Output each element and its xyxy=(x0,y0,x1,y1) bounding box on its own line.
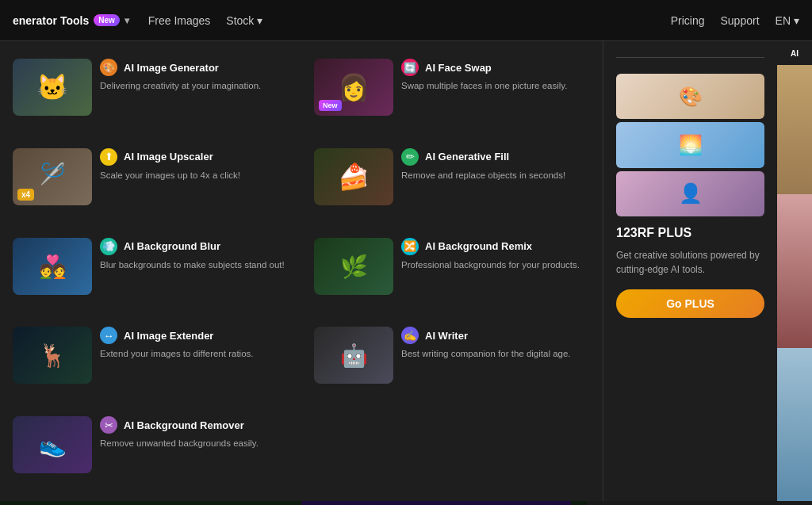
tool-thumb-ai-generative-fill xyxy=(314,148,393,205)
tool-desc-ai-generative-fill: Remove and replace objects in seconds! xyxy=(401,169,590,182)
right-preview-2 xyxy=(777,194,812,347)
tool-info-ai-background-remix: 🔀 AI Background Remix Professional backg… xyxy=(401,238,590,271)
right-preview-strip xyxy=(777,41,812,501)
nav-chevron-icon: ▾ xyxy=(124,15,129,26)
tool-name-ai-background-blur: AI Background Blur xyxy=(124,240,220,252)
plus-desc: Get creative solutions powered by cuttin… xyxy=(616,248,764,277)
tool-icon-row-ai-image-generator: 🎨 AI Image Generator xyxy=(100,59,289,76)
tool-name-ai-image-generator: AI Image Generator xyxy=(124,62,219,74)
tools-grid: 🎨 AI Image Generator Delivering creativi… xyxy=(0,41,603,501)
tool-icon-ai-writer: ✍ xyxy=(401,327,419,344)
tool-icon-row-ai-background-remix: 🔀 AI Background Remix xyxy=(401,238,590,255)
tool-thumb-ai-image-upscaler: x4 xyxy=(13,148,92,205)
tool-icon-ai-generative-fill: ✏ xyxy=(401,148,419,166)
dropdown-panel: 🎨 AI Image Generator Delivering creativi… xyxy=(0,41,777,501)
tool-icon-row-ai-generative-fill: ✏ AI Generative Fill xyxy=(401,148,590,166)
tool-info-ai-image-upscaler: ⬆ AI Image Upscaler Scale your images up… xyxy=(100,148,289,182)
tool-name-ai-face-swap: AI Face Swap xyxy=(425,62,492,74)
tool-info-ai-writer: ✍ AI Writer Best writing companion for t… xyxy=(401,327,590,360)
tool-thumb-ai-background-blur xyxy=(13,238,92,295)
tool-name-ai-background-remover: AI Background Remover xyxy=(124,419,244,431)
tool-name-ai-generative-fill: AI Generative Fill xyxy=(425,151,509,163)
tool-thumb-ai-background-remover xyxy=(13,416,92,473)
tool-desc-ai-image-upscaler: Scale your images up to 4x a click! xyxy=(100,169,289,182)
tool-icon-row-ai-background-blur: 💨 AI Background Blur xyxy=(100,238,289,255)
nav-free-images[interactable]: Free Images xyxy=(148,14,211,27)
nav-language[interactable]: EN ▾ xyxy=(776,14,799,27)
tool-desc-ai-background-remix: Professional backgrounds for your produc… xyxy=(401,258,590,271)
right-preview-3 xyxy=(777,348,812,501)
tool-icon-row-ai-image-extender: ↔ AI Image Extender xyxy=(100,327,289,344)
go-plus-button[interactable]: Go PLUS xyxy=(616,289,764,318)
tool-info-ai-image-extender: ↔ AI Image Extender Extend your images t… xyxy=(100,327,289,360)
nav-logo[interactable]: enerator Tools New ▾ xyxy=(13,14,129,27)
tool-item-ai-face-swap[interactable]: New 🔄 AI Face Swap Swap multiple faces i… xyxy=(301,48,603,137)
tool-name-ai-background-remix: AI Background Remix xyxy=(425,240,532,252)
tool-desc-ai-face-swap: Swap multiple faces in one picture easil… xyxy=(401,79,590,92)
tool-icon-row-ai-background-remover: ✂ AI Background Remover xyxy=(100,416,289,434)
tool-icon-ai-image-generator: 🎨 xyxy=(100,59,117,76)
tool-icon-row-ai-image-upscaler: ⬆ AI Image Upscaler xyxy=(100,148,289,166)
tool-thumb-ai-image-extender xyxy=(13,327,92,384)
tool-item-ai-image-generator[interactable]: 🎨 AI Image Generator Delivering creativi… xyxy=(0,48,301,137)
tool-item-ai-image-upscaler[interactable]: x4 ⬆ AI Image Upscaler Scale your images… xyxy=(0,137,301,227)
tool-info-ai-image-generator: 🎨 AI Image Generator Delivering creativi… xyxy=(100,59,289,92)
tool-icon-ai-face-swap: 🔄 xyxy=(401,59,419,76)
stock-chevron-icon: ▾ xyxy=(257,14,262,27)
lang-chevron-icon: ▾ xyxy=(794,14,799,27)
tool-icon-ai-background-remover: ✂ xyxy=(100,416,117,434)
tool-info-ai-generative-fill: ✏ AI Generative Fill Remove and replace … xyxy=(401,148,590,182)
plus-title: 123RF PLUS xyxy=(616,226,764,240)
preview-image-1 xyxy=(616,74,764,119)
tool-icon-ai-image-upscaler: ⬆ xyxy=(100,148,117,166)
panel-sidebar: 123RF PLUS Get creative solutions powere… xyxy=(603,41,777,501)
tool-desc-ai-image-extender: Extend your images to different ratios. xyxy=(100,347,289,360)
nav-support[interactable]: Support xyxy=(721,14,760,27)
tool-desc-ai-background-blur: Blur backgrounds to make subjects stand … xyxy=(100,258,289,271)
tool-thumb-ai-face-swap: New xyxy=(314,59,393,116)
x4-badge-ai-image-upscaler: x4 xyxy=(17,189,34,201)
tool-item-ai-writer[interactable]: ✍ AI Writer Best writing companion for t… xyxy=(301,316,603,405)
tool-icon-row-ai-face-swap: 🔄 AI Face Swap xyxy=(401,59,590,76)
nav-stock[interactable]: Stock ▾ xyxy=(226,14,262,27)
nav-pricing[interactable]: Pricing xyxy=(671,14,705,27)
tool-item-ai-generative-fill[interactable]: ✏ AI Generative Fill Remove and replace … xyxy=(301,137,603,227)
tool-desc-ai-image-generator: Delivering creativity at your imaginatio… xyxy=(100,79,289,92)
preview-strip xyxy=(616,74,764,216)
tool-thumb-ai-background-remix xyxy=(314,238,393,295)
navbar: enerator Tools New ▾ Free Images Stock ▾… xyxy=(0,0,812,41)
ai-label: AI xyxy=(777,41,812,65)
tool-info-ai-background-remover: ✂ AI Background Remover Remove unwanted … xyxy=(100,416,289,450)
tool-info-ai-face-swap: 🔄 AI Face Swap Swap multiple faces in on… xyxy=(401,59,590,92)
tool-item-ai-background-blur[interactable]: 💨 AI Background Blur Blur backgrounds to… xyxy=(0,227,301,316)
tool-name-ai-image-upscaler: AI Image Upscaler xyxy=(124,151,213,163)
nav-new-badge: New xyxy=(94,14,120,26)
new-badge-ai-face-swap: New xyxy=(319,100,342,111)
tool-desc-ai-background-remover: Remove unwanted backgrounds easily. xyxy=(100,437,289,450)
tool-info-ai-background-blur: 💨 AI Background Blur Blur backgrounds to… xyxy=(100,238,289,271)
tool-icon-row-ai-writer: ✍ AI Writer xyxy=(401,327,590,344)
nav-right: Pricing Support EN ▾ xyxy=(671,14,799,27)
tool-desc-ai-writer: Best writing companion for the digital a… xyxy=(401,347,590,360)
preview-image-3 xyxy=(616,171,764,216)
tool-icon-ai-background-remix: 🔀 xyxy=(401,238,419,255)
tool-item-ai-background-remover[interactable]: ✂ AI Background Remover Remove unwanted … xyxy=(0,405,301,495)
tool-icon-ai-background-blur: 💨 xyxy=(100,238,117,255)
preview-image-2 xyxy=(616,122,764,167)
tool-name-ai-writer: AI Writer xyxy=(425,330,468,342)
tool-icon-ai-image-extender: ↔ xyxy=(100,327,117,344)
tool-thumb-ai-writer xyxy=(314,327,393,384)
nav-logo-text: enerator Tools xyxy=(13,14,89,27)
tool-item-ai-background-remix[interactable]: 🔀 AI Background Remix Professional backg… xyxy=(301,227,603,316)
tool-name-ai-image-extender: AI Image Extender xyxy=(124,330,213,342)
tool-item-ai-image-extender[interactable]: ↔ AI Image Extender Extend your images t… xyxy=(0,316,301,405)
tool-thumb-ai-image-generator xyxy=(13,59,92,116)
sidebar-divider xyxy=(616,57,764,58)
